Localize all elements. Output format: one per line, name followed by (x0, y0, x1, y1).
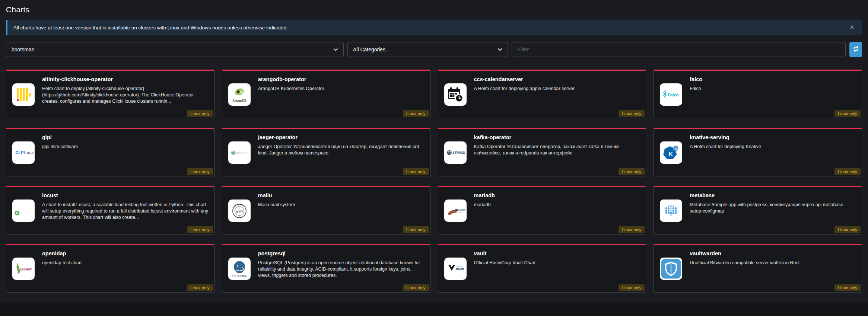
chart-card-text: locust A chart to install Locust, a scal… (42, 187, 209, 234)
chart-card[interactable]: STRIMZI kafka-operator Kafka Operator Ус… (438, 128, 646, 176)
chart-card-title: glpi (42, 134, 78, 140)
svg-text:Open: Open (19, 267, 25, 271)
chart-card-description: A Helm chart for deploying apple calenda… (474, 86, 575, 92)
linux-only-badge: Linux only (187, 226, 213, 233)
page-container: Charts All charts have at least one vers… (0, 5, 868, 293)
refresh-button[interactable] (849, 42, 862, 57)
chart-card-text: mailu Mailu mail system (258, 187, 295, 234)
chart-card[interactable]: PostgreSQL postgresql PostgreSQL (Postgr… (222, 244, 430, 293)
chart-card-title: jaeger-operator (258, 134, 425, 140)
chart-card-text: altinity-clickhouse-operator Helm chart … (42, 71, 209, 118)
chart-card[interactable]: OpenLDAP openldap openldap test chart Li… (6, 244, 214, 293)
svg-text:n: n (675, 147, 677, 150)
chart-card-text: vaultwarden Unofficial Bitwarden compati… (690, 245, 799, 292)
linux-only-badge: Linux only (619, 226, 645, 233)
chart-card[interactable]: Mailu mailu Mailu mail system Linux only (222, 186, 430, 234)
chart-card[interactable]: Falco falco Falco Linux only (654, 70, 862, 118)
chart-card-title: falco (690, 76, 702, 82)
svg-text:by: by (25, 152, 28, 154)
chart-card[interactable]: GLPIbyteclib glpi glpi itsm software Lin… (6, 128, 214, 176)
category-select[interactable]: All Categories (347, 42, 508, 57)
page-title: Charts (6, 5, 862, 14)
chart-card[interactable]: ArangoDB arangodb-operator ArangoDB Kube… (222, 70, 430, 118)
chart-card[interactable]: JAEGER jaeger-operator Jaeger Operator У… (222, 128, 430, 176)
arangodb-icon: ArangoDB (228, 83, 251, 106)
chart-card-description: A chart to install Locust, a scalable lo… (42, 202, 209, 220)
chart-card-title: mailu (258, 192, 295, 198)
chart-card-text: metabase Metabase Sample app with postgr… (690, 187, 856, 234)
calendar-clock-icon (444, 83, 467, 106)
chart-card-text: ccs-calendarserver A Helm chart for depl… (474, 71, 575, 118)
chart-card-description: glpi itsm software (42, 144, 78, 150)
chart-card-description: Mailu mail system (258, 202, 295, 208)
chart-card[interactable]: altinity-clickhouse-operator Helm chart … (6, 70, 214, 118)
svg-text:Falco: Falco (668, 93, 679, 97)
svg-text:Mailu: Mailu (235, 208, 244, 214)
window-footer (0, 302, 868, 316)
linux-only-badge: Linux only (834, 110, 861, 117)
linux-only-badge: Linux only (619, 284, 645, 291)
chart-card-text: arangodb-operator ArangoDB Kubernetes Op… (258, 71, 324, 118)
linux-only-badge: Linux only (834, 168, 861, 175)
linux-only-badge: Linux only (619, 110, 645, 117)
chart-card-title: knative-serving (690, 134, 761, 140)
chart-card-text: kafka-operator Kafka Operator Устанавлив… (474, 129, 641, 176)
jaeger-icon: JAEGER (228, 141, 251, 164)
chevron-down-icon (497, 48, 502, 51)
chart-card-description: openldap test chart (42, 260, 82, 266)
chart-card-text: openldap openldap test chart (42, 245, 82, 292)
chart-card[interactable]: ccs-calendarserver A Helm chart for depl… (438, 70, 646, 118)
svg-text:JAEGER: JAEGER (236, 151, 249, 155)
chart-card-description: PostgreSQL (Postgres) is an open source … (258, 260, 425, 278)
svg-text:K: K (669, 151, 673, 157)
falco-icon: Falco (660, 83, 682, 106)
repo-select[interactable]: bootsman (6, 42, 344, 57)
chart-card[interactable]: HashiCorpVault vault Official HashiCorp … (438, 244, 646, 293)
svg-text:Vault: Vault (455, 267, 464, 271)
strimzi-icon: STRIMZI (444, 141, 467, 164)
vault-icon: HashiCorpVault (444, 258, 467, 280)
chart-card-title: vault (474, 250, 536, 256)
chart-card[interactable]: MariaDBFoundation mariadb mariadb Linux … (438, 186, 646, 234)
chart-card-title: arangodb-operator (258, 76, 324, 82)
linux-only-badge: Linux only (403, 110, 429, 117)
chart-card-title: altinity-clickhouse-operator (42, 76, 209, 82)
svg-text:teclib: teclib (30, 152, 34, 154)
chart-card[interactable]: vaultwarden Unofficial Bitwarden compati… (654, 244, 862, 293)
chart-card[interactable]: Kn knative-serving A Helm chart for depl… (654, 128, 862, 176)
close-icon[interactable]: ✕ (848, 23, 856, 32)
svg-text:Foundation: Foundation (455, 212, 463, 214)
chart-card-title: postgresql (258, 250, 425, 256)
chart-card-text: knative-serving A Helm chart for deployi… (690, 129, 761, 176)
repo-select-value: bootsman (12, 47, 34, 52)
chart-card-title: openldap (42, 250, 82, 256)
linux-only-badge: Linux only (403, 168, 429, 175)
chart-card-description: Unofficial Bitwarden compatible server w… (690, 260, 799, 266)
filter-bar: bootsman All Categories (6, 42, 862, 57)
chart-grid: altinity-clickhouse-operator Helm chart … (6, 70, 862, 293)
chart-card-description: Kafka Operator Устанавливает оператор, з… (474, 144, 641, 156)
clickhouse-icon (12, 83, 35, 106)
filter-input[interactable] (512, 42, 846, 57)
chart-card-text: vault Official HashiCorp Vault Chart (474, 245, 536, 292)
chart-card-description: ArangoDB Kubernetes Operator (258, 86, 324, 92)
svg-text:MariaDB: MariaDB (455, 209, 465, 211)
mariadb-icon: MariaDBFoundation (444, 200, 467, 222)
chart-card[interactable]: metabase Metabase Sample app with postgr… (654, 186, 862, 234)
refresh-icon (852, 45, 859, 54)
chart-card-description: mariadb (474, 202, 495, 208)
linux-only-badge: Linux only (187, 110, 213, 117)
svg-text:LDAP: LDAP (25, 267, 32, 271)
chart-card-title: locust (42, 192, 209, 198)
knative-icon: Kn (660, 141, 682, 164)
openldap-icon: OpenLDAP (12, 258, 35, 280)
linux-only-badge: Linux only (834, 284, 861, 291)
chart-card-description: Official HashiCorp Vault Chart (474, 260, 536, 266)
linux-only-badge: Linux only (619, 168, 645, 175)
postgresql-icon: PostgreSQL (228, 258, 251, 280)
chart-card-description: A Helm chart for deploying Knative (690, 144, 761, 150)
chart-card-text: glpi glpi itsm software (42, 129, 78, 176)
chart-card[interactable]: locust A chart to install Locust, a scal… (6, 186, 214, 234)
linux-only-badge: Linux only (187, 284, 213, 291)
chart-card-description: Falco (690, 86, 702, 92)
